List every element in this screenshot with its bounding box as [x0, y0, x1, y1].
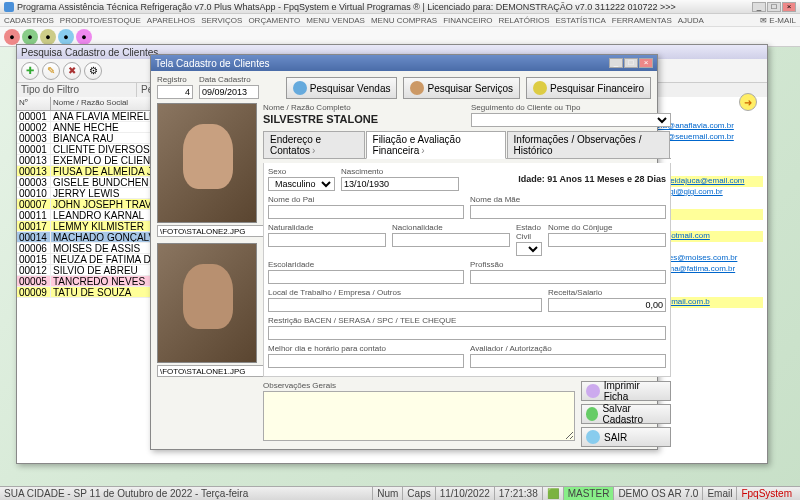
- estado-civil-select[interactable]: [516, 242, 542, 256]
- check-icon: [586, 407, 598, 421]
- tool-button[interactable]: ⚙: [84, 62, 102, 80]
- contato-input[interactable]: [268, 354, 464, 368]
- nome-value: SILVESTRE STALONE: [263, 113, 463, 125]
- chevron-right-icon: ›: [312, 145, 315, 156]
- menu-relatorios[interactable]: RELATÓRIOS: [499, 16, 550, 25]
- wrench-icon: [410, 81, 424, 95]
- status-fpq[interactable]: FpqSystem: [736, 487, 796, 500]
- sair-button[interactable]: SAIR: [581, 427, 671, 447]
- email-label: E-MAIL: [769, 16, 796, 25]
- status-time: 17:21:38: [494, 487, 542, 500]
- add-button[interactable]: ✚: [21, 62, 39, 80]
- tab-panel-filiacao: Sexo Masculino Nascimento Idade: 91 Anos…: [263, 163, 671, 377]
- menu-servicos[interactable]: SERVIÇOS: [201, 16, 242, 25]
- photo-1[interactable]: [157, 103, 257, 223]
- nascimento-input[interactable]: [341, 177, 459, 191]
- sexo-select[interactable]: Masculino: [268, 177, 335, 191]
- dialog-close-button[interactable]: ×: [639, 58, 653, 68]
- cell-no: 00013: [17, 166, 51, 176]
- email-menu-button[interactable]: ✉ E-MAIL: [760, 16, 796, 25]
- cell-no: 00003: [17, 177, 51, 187]
- minimize-button[interactable]: _: [752, 2, 766, 12]
- toolbar-icon[interactable]: ●: [76, 29, 92, 45]
- status-num: Num: [372, 487, 402, 500]
- cart-icon: [293, 81, 307, 95]
- avaliador-label: Avaliador / Autorização: [470, 344, 666, 353]
- maximize-button[interactable]: □: [767, 2, 781, 12]
- cell-no: 00009: [17, 287, 51, 297]
- client-dialog: Tela Cadastro de Clientes _ □ × Registro…: [150, 54, 658, 450]
- chevron-right-icon: ›: [421, 145, 424, 156]
- search-title-text: Pesquisa Cadastro de Clientes: [21, 47, 158, 58]
- toolbar-icon[interactable]: ●: [4, 29, 20, 45]
- main-titlebar: Programa Assistência Técnica Refrigeraçã…: [0, 0, 800, 14]
- profissao-input[interactable]: [470, 270, 666, 284]
- menu-aparelhos[interactable]: APARELHOS: [147, 16, 195, 25]
- status-email[interactable]: Email: [702, 487, 736, 500]
- naturalidade-input[interactable]: [268, 233, 386, 247]
- nacionalidade-input[interactable]: [392, 233, 510, 247]
- menu-vendas[interactable]: MENU VENDAS: [306, 16, 365, 25]
- menu-compras[interactable]: MENU COMPRAS: [371, 16, 437, 25]
- delete-button[interactable]: ✖: [63, 62, 81, 80]
- cell-no: 00007: [17, 199, 51, 209]
- toolbar-icon[interactable]: ●: [22, 29, 38, 45]
- status-location: SUA CIDADE - SP 11 de Outubro de 2022 - …: [4, 488, 248, 499]
- registro-input[interactable]: [157, 85, 193, 99]
- close-button[interactable]: ×: [782, 2, 796, 12]
- cell-no: 00005: [17, 276, 51, 286]
- escolaridade-input[interactable]: [268, 270, 464, 284]
- photo2-path-input[interactable]: [157, 365, 268, 377]
- dialog-maximize-button[interactable]: □: [624, 58, 638, 68]
- dialog-minimize-button[interactable]: _: [609, 58, 623, 68]
- pai-label: Nome do Pai: [268, 195, 464, 204]
- status-date: 11/10/2022: [435, 487, 494, 500]
- restricao-input[interactable]: [268, 326, 666, 340]
- coin-icon: [533, 81, 547, 95]
- grid-header-no[interactable]: Nº: [17, 97, 51, 110]
- pai-input[interactable]: [268, 205, 464, 219]
- mae-input[interactable]: [470, 205, 666, 219]
- photo1-path-input[interactable]: [157, 225, 268, 237]
- menu-financeiro[interactable]: FINANCEIRO: [443, 16, 492, 25]
- edit-button[interactable]: ✎: [42, 62, 60, 80]
- menu-estatistica[interactable]: ESTATÍSTICA: [555, 16, 605, 25]
- toolbar-icon[interactable]: ●: [58, 29, 74, 45]
- pesquisar-servicos-button[interactable]: Pesquisar Serviços: [403, 77, 520, 99]
- menu-cadastros[interactable]: CADASTROS: [4, 16, 54, 25]
- segmento-select[interactable]: [471, 113, 671, 127]
- cell-no: 00014: [17, 232, 51, 242]
- avaliador-input[interactable]: [470, 354, 666, 368]
- menu-orcamento[interactable]: ORÇAMENTO: [248, 16, 300, 25]
- tab-endereco[interactable]: Endereço e Contatos›: [263, 131, 365, 158]
- menu-produto[interactable]: PRODUTO/ESTOQUE: [60, 16, 141, 25]
- cell-no: 00002: [17, 122, 51, 132]
- naturalidade-label: Naturalidade: [268, 223, 386, 232]
- conjuge-input[interactable]: [548, 233, 666, 247]
- tab-info[interactable]: Informações / Observações / Histórico: [507, 131, 670, 158]
- menu-ferramentas[interactable]: FERRAMENTAS: [612, 16, 672, 25]
- receita-input[interactable]: [548, 298, 666, 312]
- pesquisar-vendas-button[interactable]: Pesquisar Vendas: [286, 77, 398, 99]
- obs-textarea[interactable]: [263, 391, 575, 441]
- nacionalidade-label: Nacionalidade: [392, 223, 510, 232]
- photo-2[interactable]: [157, 243, 257, 363]
- data-cadastro-input[interactable]: [199, 85, 259, 99]
- menu-ajuda[interactable]: AJUDA: [678, 16, 704, 25]
- dialog-title-text: Tela Cadastro de Clientes: [155, 58, 270, 69]
- salvar-button[interactable]: Salvar Cadastro: [581, 404, 671, 424]
- app-icon: [4, 2, 14, 12]
- tab-filiacao[interactable]: Filiação e Avaliação Financeira›: [366, 131, 506, 159]
- trabalho-input[interactable]: [268, 298, 542, 312]
- pesq-servicos-label: Pesquisar Serviços: [427, 83, 513, 94]
- cell-no: 00003: [17, 133, 51, 143]
- status-caps: Caps: [402, 487, 434, 500]
- pesquisar-financeiro-button[interactable]: Pesquisar Financeiro: [526, 77, 651, 99]
- cell-no: 00010: [17, 188, 51, 198]
- imprimir-button[interactable]: Imprimir Ficha: [581, 381, 671, 401]
- toolbar-icon[interactable]: ●: [40, 29, 56, 45]
- cell-no: 00001: [17, 111, 51, 121]
- go-button[interactable]: ➜: [739, 93, 757, 111]
- estado-civil-label: Estado Civil: [516, 223, 542, 241]
- photo-column: 🔍 ⊘ 🔍 ⊘: [157, 103, 257, 447]
